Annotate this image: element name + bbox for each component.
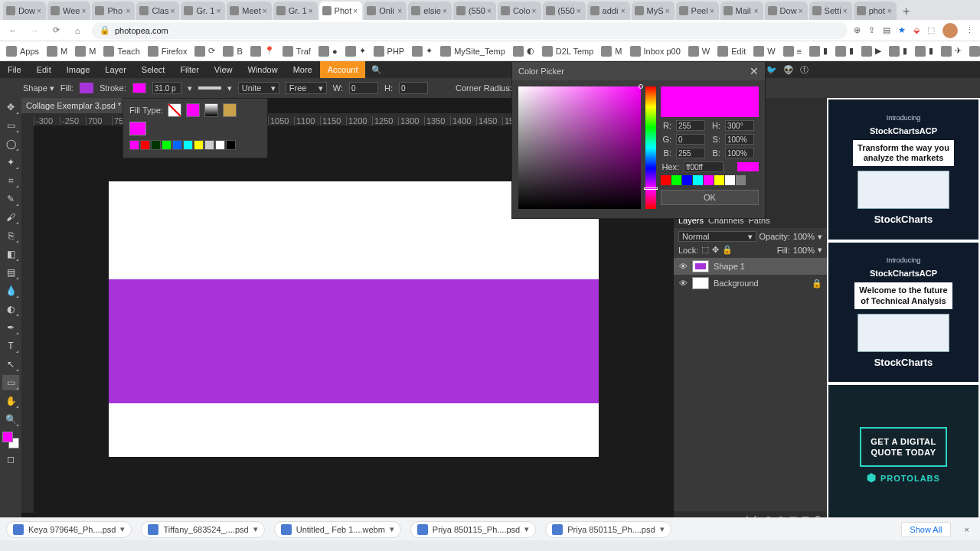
visibility-toggle[interactable]: 👁: [678, 279, 688, 288]
canvas[interactable]: [109, 181, 599, 457]
preset-color-swatch[interactable]: [682, 175, 692, 185]
bookmark-item[interactable]: B: [223, 46, 242, 57]
dodge-tool[interactable]: ◐: [2, 302, 19, 317]
layer-name[interactable]: Background: [714, 279, 759, 288]
bookmark-item[interactable]: ▮: [835, 46, 854, 57]
browser-tab[interactable]: addi×: [587, 2, 630, 20]
gradient-tool[interactable]: ▤: [2, 265, 19, 280]
path-op-select[interactable]: Unite▾: [238, 82, 279, 94]
twitter-icon[interactable]: 🐦: [766, 65, 777, 75]
g-input[interactable]: [676, 134, 705, 145]
recent-color-swatch[interactable]: [204, 140, 214, 150]
stamp-tool[interactable]: ⎘: [2, 228, 19, 243]
reader-icon[interactable]: ▤: [883, 25, 890, 35]
b-input[interactable]: [676, 148, 705, 158]
opacity-value[interactable]: 100%: [793, 232, 815, 241]
browser-tab[interactable]: Setti×: [809, 2, 852, 20]
recent-color-swatch[interactable]: [215, 140, 225, 150]
h-input[interactable]: [725, 120, 754, 131]
reload-button[interactable]: ⟳: [49, 24, 63, 37]
browser-tab[interactable]: Onli×: [364, 2, 407, 20]
menu-edit[interactable]: Edit: [29, 61, 59, 78]
new-tab-button[interactable]: +: [898, 3, 915, 20]
close-icon[interactable]: ×: [124, 7, 132, 15]
lock-pixels-icon[interactable]: ⬚: [701, 245, 709, 255]
fill-pattern-button[interactable]: [223, 103, 237, 117]
eraser-tool[interactable]: ◧: [2, 246, 19, 262]
bookmark-item[interactable]: W: [753, 46, 775, 57]
hex-input[interactable]: [684, 161, 724, 172]
menu-file[interactable]: File: [0, 61, 29, 78]
menu-view[interactable]: View: [207, 61, 240, 78]
browser-tab[interactable]: MyS×: [632, 2, 675, 20]
browser-tab[interactable]: Peel×: [676, 2, 719, 20]
recent-color-swatch[interactable]: [151, 140, 161, 150]
bookmark-item[interactable]: Teach: [103, 46, 139, 57]
bookmark-item[interactable]: M: [75, 46, 96, 57]
lock-all-icon[interactable]: 🔒: [722, 245, 733, 255]
close-icon[interactable]: ×: [664, 7, 671, 15]
facebook-icon[interactable]: ⓕ: [800, 64, 808, 76]
preset-color-swatch[interactable]: [704, 175, 714, 185]
download-chip[interactable]: Keya 979646_Ph....psd▾: [6, 521, 132, 538]
layer-row[interactable]: 👁Background🔒: [674, 275, 827, 292]
ad-stockcharts-1[interactable]: Introducing StockChartsACP Transform the…: [828, 99, 978, 240]
close-icon[interactable]: ×: [575, 7, 583, 15]
install-icon[interactable]: ⊕: [854, 25, 861, 35]
browser-tab[interactable]: phot×: [854, 2, 897, 20]
show-all-downloads[interactable]: Show All: [901, 522, 950, 537]
chevron-down-icon[interactable]: ▾: [524, 524, 529, 534]
text-tool[interactable]: T: [2, 338, 19, 354]
recent-color-swatch[interactable]: [129, 140, 139, 150]
zoom-tool[interactable]: 🔍: [2, 412, 19, 427]
bookmark-item[interactable]: GFlights: [969, 46, 980, 57]
bookmark-item[interactable]: M: [601, 46, 622, 57]
bookmark-item[interactable]: PHP: [374, 46, 405, 57]
shape-mode-dropdown[interactable]: Shape▾: [23, 83, 54, 93]
blend-mode-select[interactable]: Normal▾: [678, 231, 756, 242]
close-icon[interactable]: ×: [168, 7, 176, 15]
blur-tool[interactable]: 💧: [2, 283, 19, 298]
preset-color-swatch[interactable]: [661, 175, 671, 185]
close-icon[interactable]: ×: [886, 7, 893, 15]
close-icon[interactable]: ✕: [750, 65, 759, 77]
preset-color-swatch[interactable]: [693, 175, 703, 185]
pen-tool[interactable]: ✒: [2, 320, 19, 335]
layer-thumbnail[interactable]: [692, 277, 709, 289]
close-icon[interactable]: ×: [753, 7, 760, 15]
layer-name[interactable]: Shape 1: [714, 262, 745, 271]
extension-icon[interactable]: ⬙: [913, 25, 920, 35]
recent-color-swatch[interactable]: [172, 140, 182, 150]
browser-tab[interactable]: elsie×: [408, 2, 452, 20]
shape-tool[interactable]: ▭: [2, 375, 19, 390]
fill-swatch[interactable]: [80, 83, 93, 93]
close-icon[interactable]: ×: [841, 7, 849, 15]
close-icon[interactable]: ×: [708, 7, 716, 15]
stroke-swatch[interactable]: [132, 83, 146, 93]
chrome-menu-icon[interactable]: ⋮: [965, 25, 974, 35]
current-color-swatch[interactable]: [129, 122, 146, 135]
path-tool[interactable]: ↖: [2, 357, 19, 372]
saturation-value-field[interactable]: [518, 86, 641, 209]
r-input[interactable]: [676, 120, 705, 131]
browser-tab[interactable]: Colo×: [498, 2, 541, 20]
recent-color-swatch[interactable]: [183, 140, 193, 150]
close-icon[interactable]: ×: [619, 7, 627, 15]
profile-avatar[interactable]: [942, 23, 958, 38]
bookmark-star-icon[interactable]: ★: [898, 25, 906, 35]
sv-cursor[interactable]: [639, 84, 643, 89]
crop-tool[interactable]: ⌗: [2, 173, 19, 188]
close-icon[interactable]: ×: [80, 7, 87, 15]
bookmark-item[interactable]: 📍: [250, 46, 275, 57]
bookmark-item[interactable]: ✦: [345, 46, 366, 57]
marquee-tool[interactable]: ▭: [2, 118, 19, 133]
menu-layer[interactable]: Layer: [97, 61, 134, 78]
preset-color-swatch[interactable]: [736, 175, 746, 185]
bookmark-item[interactable]: D2L Temp: [542, 46, 594, 57]
shape-rectangle[interactable]: [109, 279, 599, 403]
hue-cursor[interactable]: [644, 187, 658, 190]
bookmark-item[interactable]: ⟳: [194, 46, 215, 57]
bookmark-item[interactable]: Inbox p00: [630, 46, 681, 57]
ad-stockcharts-2[interactable]: Introducing StockChartsACP Welcome to th…: [828, 243, 978, 383]
menu-filter[interactable]: Filter: [172, 61, 206, 78]
